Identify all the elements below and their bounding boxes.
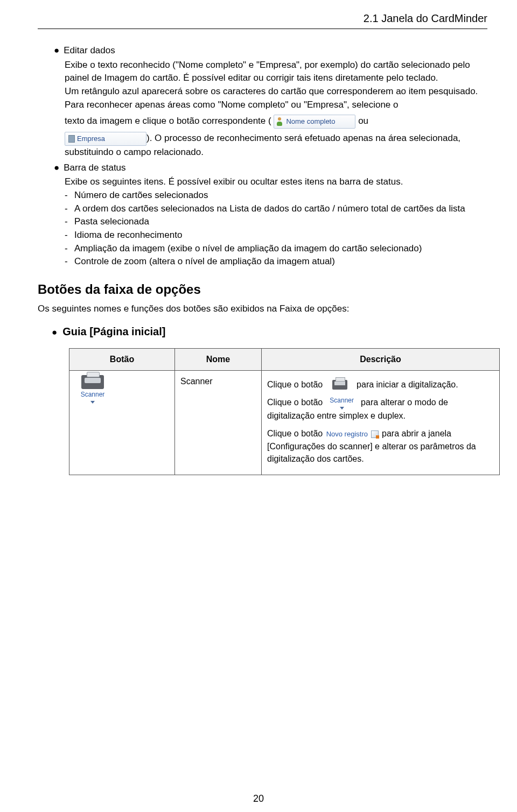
scanner-icon <box>81 375 104 389</box>
dialog-launcher-icon <box>371 430 379 438</box>
chevron-down-icon <box>90 401 95 404</box>
building-icon <box>67 135 75 143</box>
barra-status-heading: Barra de status <box>64 161 125 175</box>
dash-icon: - <box>65 242 74 256</box>
chevron-down-icon <box>340 407 344 409</box>
bullet-icon: ● <box>54 161 59 175</box>
d1a: Clique o botão <box>267 380 325 389</box>
th-botao: Botão <box>69 349 175 370</box>
editar-p3a: Para reconhecer apenas áreas como "Nome … <box>65 98 487 112</box>
th-descricao: Descrição <box>262 349 500 370</box>
dash-icon: - <box>65 189 74 202</box>
d2a: Clique o botão <box>267 398 325 407</box>
bullet-icon: ● <box>54 44 59 58</box>
status-item-0: Número de cartões selecionados <box>74 189 487 202</box>
d1b: para iniciar a digitalização. <box>357 380 458 389</box>
status-item-1: A ordem dos cartões selecionados na List… <box>74 202 487 216</box>
nome-completo-label: Nome completo <box>286 117 335 127</box>
ribbon-buttons-table: Botão Nome Descrição Scanner Scanner Cli… <box>69 348 500 475</box>
page-number: 20 <box>0 792 517 806</box>
editar-p3b: texto da imagem e clique o botão corresp… <box>65 116 271 126</box>
person-icon <box>276 117 284 126</box>
status-intro: Exibe os seguintes itens. É possível exi… <box>65 175 487 189</box>
row-nome: Scanner <box>175 370 262 475</box>
scanner-ribbon-button[interactable]: Scanner <box>75 375 110 404</box>
scanner-icon <box>332 380 347 390</box>
novo-registro-button[interactable]: Novo registro <box>325 429 380 440</box>
empresa-label: Empresa <box>77 134 105 144</box>
editar-p2: Um retângulo azul aparecerá sobre os car… <box>65 85 487 98</box>
th-nome: Nome <box>175 349 262 370</box>
ribbon-heading: Botões da faixa de opções <box>38 280 487 299</box>
dash-icon: - <box>65 202 74 216</box>
section-header: 2.1 Janela do CardMinder <box>38 11 487 26</box>
novo-registro-label: Novo registro <box>326 430 368 438</box>
scanner-icon-button[interactable] <box>325 380 354 390</box>
scanner-label: Scanner <box>81 390 105 399</box>
editar-p3c: ou <box>358 116 368 126</box>
empresa-button[interactable]: Empresa <box>65 132 146 146</box>
status-item-3: Idioma de reconhecimento <box>74 229 487 242</box>
d3a: Clique o botão <box>267 429 325 438</box>
status-item-4: Ampliação da imagem (exibe o nível de am… <box>74 242 487 256</box>
ribbon-intro: Os seguintes nomes e funções dos botões … <box>38 302 487 316</box>
status-item-2: Pasta selecionada <box>74 215 487 229</box>
scanner-label: Scanner <box>330 396 354 405</box>
table-row: Scanner Scanner Clique o botão para inic… <box>69 370 500 475</box>
editar-dados-heading: Editar dados <box>64 44 115 58</box>
tab-pagina-inicial: Guia [Página inicial] <box>62 324 165 340</box>
dash-icon: - <box>65 215 74 229</box>
bullet-icon: ● <box>52 326 57 340</box>
scanner-dropdown-button[interactable]: Scanner <box>325 396 359 409</box>
status-item-5: Controle de zoom (altera o nível de ampl… <box>74 255 487 269</box>
editar-p1: Exibe o texto reconhecido ("Nome complet… <box>65 59 487 85</box>
dash-icon: - <box>65 229 74 242</box>
dash-icon: - <box>65 255 74 269</box>
nome-completo-button[interactable]: Nome completo <box>274 115 355 129</box>
